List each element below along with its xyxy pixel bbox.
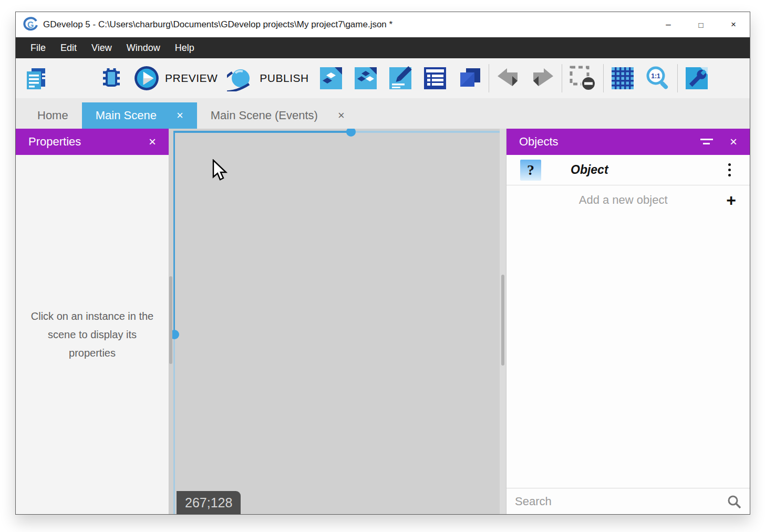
toggle-grid-button[interactable] xyxy=(610,66,635,91)
deselect-icon xyxy=(568,65,597,92)
filter-icon[interactable] xyxy=(700,138,713,146)
objects-panel: Objects × ? Object Add a new object + xyxy=(506,129,750,514)
project-manager-button[interactable] xyxy=(23,66,48,91)
preview-button[interactable]: PREVIEW xyxy=(133,65,218,91)
preview-label: PREVIEW xyxy=(165,72,218,85)
menu-help[interactable]: Help xyxy=(168,37,202,58)
objects-editor-icon xyxy=(318,66,344,91)
tab-home[interactable]: Home xyxy=(24,102,82,129)
globe-icon xyxy=(227,65,254,91)
menu-view[interactable]: View xyxy=(84,37,119,58)
properties-panel: Properties × Click on an instance in the… xyxy=(16,129,169,514)
search-input[interactable] xyxy=(515,495,727,508)
properties-header: Properties × xyxy=(16,129,169,155)
tab-main-scene[interactable]: Main Scene × xyxy=(82,102,197,129)
add-object-label: Add a new object xyxy=(520,193,726,207)
menu-file[interactable]: File xyxy=(23,37,53,58)
debug-icon xyxy=(99,66,124,91)
menu-window[interactable]: Window xyxy=(119,37,168,58)
objects-title: Objects xyxy=(519,135,700,149)
window-title: GDevelop 5 - C:\Users\charburg\Documents… xyxy=(43,19,652,30)
redo-button[interactable] xyxy=(530,67,555,89)
menu-bar: File Edit View Window Help xyxy=(16,37,750,58)
object-name: Object xyxy=(571,163,722,177)
scene-canvas[interactable]: 267;128 xyxy=(169,129,506,514)
scene-window-border-left-ext xyxy=(173,335,175,514)
toolbar-separator xyxy=(489,64,489,92)
object-list-item[interactable]: ? Object xyxy=(506,155,750,185)
title-bar: G GDevelop 5 - C:\Users\charburg\Documen… xyxy=(16,12,750,37)
app-window: G GDevelop 5 - C:\Users\charburg\Documen… xyxy=(15,12,750,515)
minimize-button[interactable]: – xyxy=(652,12,685,37)
play-icon xyxy=(133,65,160,91)
main-content: Properties × Click on an instance in the… xyxy=(16,129,750,514)
tab-close-icon[interactable]: × xyxy=(177,110,183,121)
gdevelop-logo-icon: G xyxy=(23,17,39,33)
objects-list-empty-area xyxy=(506,214,750,488)
layers-editor-button[interactable] xyxy=(422,66,448,91)
objects-header: Objects × xyxy=(506,129,750,155)
tab-label: Main Scene xyxy=(96,109,157,122)
svg-text:G: G xyxy=(27,20,34,29)
tab-main-scene-events[interactable]: Main Scene (Events) × xyxy=(197,102,358,129)
scene-window-border-top xyxy=(173,131,351,133)
tab-label: Home xyxy=(37,109,68,122)
scene-window-border-left xyxy=(173,131,175,335)
object-unknown-thumbnail-icon: ? xyxy=(520,160,541,181)
scene-window-border-top-ext xyxy=(351,131,501,133)
instances-icon xyxy=(457,66,482,91)
menu-edit[interactable]: Edit xyxy=(53,37,84,58)
toolbar: PREVIEW PUBLISH xyxy=(16,58,750,98)
tab-close-icon[interactable]: × xyxy=(338,110,345,121)
zoom-1-1-button[interactable]: 1:1 xyxy=(645,65,671,91)
clear-selection-button[interactable] xyxy=(568,65,597,92)
add-object-row[interactable]: Add a new object + xyxy=(506,185,750,214)
editor-tab-bar: Home Main Scene × Main Scene (Events) × xyxy=(16,98,750,129)
undo-icon xyxy=(495,67,521,89)
mouse-cursor-icon xyxy=(211,159,229,182)
scene-resize-handle-top[interactable] xyxy=(346,129,356,137)
close-icon[interactable]: × xyxy=(149,135,156,148)
toolbar-separator xyxy=(603,64,604,92)
window-controls: – □ × xyxy=(652,12,750,37)
zoom-1-1-icon: 1:1 xyxy=(645,65,671,91)
debug-button[interactable] xyxy=(99,66,124,91)
tab-label: Main Scene (Events) xyxy=(211,109,318,122)
properties-title: Properties xyxy=(28,135,149,149)
project-manager-icon xyxy=(23,66,48,91)
maximize-button[interactable]: □ xyxy=(685,12,717,37)
toolbar-separator xyxy=(677,64,678,92)
publish-button[interactable]: PUBLISH xyxy=(227,65,308,91)
svg-text:1:1: 1:1 xyxy=(651,72,660,80)
redo-icon xyxy=(530,67,555,89)
properties-placeholder-text: Click on an instance in the scene to dis… xyxy=(26,307,159,362)
edit-scene-icon xyxy=(388,66,413,91)
canvas-scrollbar-left[interactable] xyxy=(169,276,172,364)
publish-label: PUBLISH xyxy=(260,72,308,85)
open-settings-button[interactable] xyxy=(684,66,709,91)
instances-list-button[interactable] xyxy=(457,66,482,91)
object-menu-icon[interactable] xyxy=(722,163,736,176)
object-groups-icon xyxy=(353,66,378,91)
cursor-coordinates-badge: 267;128 xyxy=(177,491,241,514)
object-groups-button[interactable] xyxy=(353,66,378,91)
search-icon[interactable] xyxy=(727,494,741,509)
toolbar-separator xyxy=(562,64,562,92)
close-button[interactable]: × xyxy=(717,12,750,37)
wrench-icon xyxy=(684,66,709,91)
properties-body: Click on an instance in the scene to dis… xyxy=(16,155,169,514)
close-icon[interactable]: × xyxy=(730,135,737,148)
canvas-scrollbar-right[interactable] xyxy=(501,275,504,366)
objects-search-bar xyxy=(506,488,750,514)
objects-editor-button[interactable] xyxy=(318,66,344,91)
layers-list-icon xyxy=(422,66,448,91)
scene-properties-button[interactable] xyxy=(388,66,413,91)
grid-icon xyxy=(610,66,635,91)
add-object-plus-icon[interactable]: + xyxy=(726,192,736,208)
undo-button[interactable] xyxy=(495,67,521,89)
